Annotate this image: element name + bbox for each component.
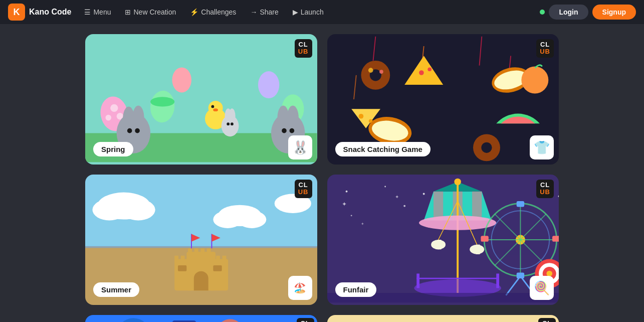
svg-point-8 bbox=[208, 101, 223, 115]
svg-point-21 bbox=[132, 106, 144, 130]
svg-rect-112 bbox=[516, 201, 524, 207]
card-funfair-icon: 🍭 bbox=[530, 276, 554, 300]
svg-rect-102 bbox=[416, 273, 419, 288]
nav-launch-label: Launch bbox=[301, 8, 324, 16]
svg-point-17 bbox=[172, 67, 191, 92]
card-funfair-label: Funfair bbox=[335, 282, 377, 297]
svg-point-22 bbox=[127, 128, 132, 133]
svg-rect-114 bbox=[481, 236, 488, 242]
svg-rect-63 bbox=[181, 256, 185, 262]
svg-point-3 bbox=[105, 115, 111, 121]
card-summer-icon: 🏖️ bbox=[288, 276, 312, 300]
nav-new-creation-label: New Creation bbox=[133, 8, 176, 16]
nav-challenges[interactable]: ⚡ Challenges bbox=[185, 8, 241, 16]
nav-challenges-label: Challenges bbox=[201, 8, 236, 16]
card-spring-icon: 🐰 bbox=[288, 135, 312, 159]
status-dot bbox=[540, 10, 545, 15]
svg-marker-38 bbox=[404, 56, 443, 85]
svg-point-23 bbox=[135, 128, 140, 133]
svg-point-10 bbox=[213, 108, 218, 111]
svg-point-27 bbox=[282, 128, 287, 133]
svg-line-116 bbox=[506, 276, 520, 295]
svg-point-37 bbox=[379, 70, 383, 74]
svg-point-78 bbox=[345, 191, 347, 193]
svg-rect-65 bbox=[210, 256, 214, 262]
nav-menu-label: Menu bbox=[93, 8, 111, 16]
svg-rect-103 bbox=[496, 273, 499, 288]
svg-marker-89 bbox=[433, 192, 443, 221]
svg-rect-76 bbox=[178, 265, 186, 271]
svg-rect-68 bbox=[188, 248, 192, 254]
share-icon: → bbox=[250, 8, 257, 16]
svg-point-39 bbox=[419, 70, 424, 75]
card-spring-label: Spring bbox=[93, 142, 133, 156]
nav-new-creation[interactable]: ⊞ New Creation bbox=[120, 8, 181, 16]
nav-launch[interactable]: ▶ Launch bbox=[288, 8, 329, 16]
svg-rect-115 bbox=[552, 236, 559, 242]
card-bottom-left[interactable]: 🎮 CL UB bbox=[85, 315, 317, 322]
svg-rect-66 bbox=[216, 256, 220, 262]
svg-rect-113 bbox=[516, 273, 524, 279]
svg-point-80 bbox=[422, 193, 424, 195]
svg-rect-64 bbox=[187, 256, 191, 262]
navbar: K Kano Code ☰ Menu ⊞ New Creation ⚡ Chal… bbox=[0, 0, 644, 24]
svg-point-53 bbox=[92, 199, 126, 220]
svg-line-31 bbox=[479, 37, 482, 66]
card-summer[interactable]: CL UB Summer 🏖️ bbox=[85, 175, 317, 305]
svg-rect-51 bbox=[85, 246, 317, 248]
svg-marker-75 bbox=[211, 234, 220, 241]
svg-marker-73 bbox=[191, 234, 200, 241]
club-badge-snack: CL UB bbox=[536, 39, 554, 58]
menu-icon: ☰ bbox=[84, 8, 91, 16]
svg-point-83 bbox=[558, 195, 559, 197]
svg-point-50 bbox=[481, 142, 492, 153]
svg-point-46 bbox=[521, 66, 548, 93]
svg-rect-96 bbox=[437, 240, 441, 249]
svg-point-82 bbox=[403, 205, 405, 207]
svg-text:✦: ✦ bbox=[341, 201, 346, 207]
svg-rect-98 bbox=[476, 245, 480, 254]
logo[interactable]: K bbox=[8, 4, 25, 21]
svg-point-81 bbox=[350, 215, 352, 216]
svg-point-57 bbox=[238, 211, 267, 228]
cards-grid: CL UB Spring 🐰 bbox=[0, 24, 644, 322]
svg-line-29 bbox=[373, 37, 375, 61]
svg-point-94 bbox=[419, 216, 496, 230]
new-creation-icon: ⊞ bbox=[125, 8, 131, 16]
svg-rect-60 bbox=[174, 259, 193, 291]
svg-rect-61 bbox=[210, 259, 229, 291]
svg-text:✦: ✦ bbox=[361, 222, 364, 226]
card-bottom-right[interactable]: CL UB bbox=[327, 315, 559, 322]
svg-text:✦: ✦ bbox=[394, 194, 398, 200]
svg-point-79 bbox=[384, 186, 386, 188]
launch-icon: ▶ bbox=[293, 8, 298, 16]
svg-marker-91 bbox=[472, 192, 482, 221]
svg-point-28 bbox=[290, 128, 295, 133]
svg-rect-69 bbox=[194, 248, 198, 254]
card-snack-label: Snack Catching Game bbox=[335, 142, 431, 156]
club-badge-funfair: CL UB bbox=[536, 180, 554, 198]
svg-line-32 bbox=[353, 75, 356, 99]
nav-share[interactable]: → Share bbox=[245, 8, 283, 16]
card-spring[interactable]: CL UB Spring 🐰 bbox=[85, 34, 317, 165]
card-summer-label: Summer bbox=[93, 282, 139, 297]
nav-share-label: Share bbox=[260, 8, 278, 16]
card-snack[interactable]: CL UB Snack Catching Game 👕 bbox=[327, 34, 559, 165]
svg-point-40 bbox=[427, 67, 432, 71]
svg-point-15 bbox=[231, 122, 234, 125]
svg-rect-71 bbox=[207, 248, 211, 254]
svg-point-9 bbox=[211, 105, 214, 108]
nav-menu[interactable]: ☰ Menu bbox=[79, 8, 116, 16]
card-funfair[interactable]: ✦ ✦ ✦ bbox=[327, 175, 559, 305]
svg-rect-62 bbox=[174, 256, 178, 262]
svg-rect-77 bbox=[213, 265, 222, 271]
svg-point-2 bbox=[110, 104, 118, 112]
svg-point-36 bbox=[368, 68, 373, 73]
signup-button[interactable]: Signup bbox=[592, 5, 636, 20]
svg-rect-70 bbox=[200, 248, 204, 254]
challenges-icon: ⚡ bbox=[190, 8, 198, 16]
svg-rect-129 bbox=[327, 315, 559, 322]
club-badge-spring: CL UB bbox=[295, 39, 312, 58]
svg-point-16 bbox=[258, 71, 279, 98]
login-button[interactable]: Login bbox=[549, 5, 588, 20]
